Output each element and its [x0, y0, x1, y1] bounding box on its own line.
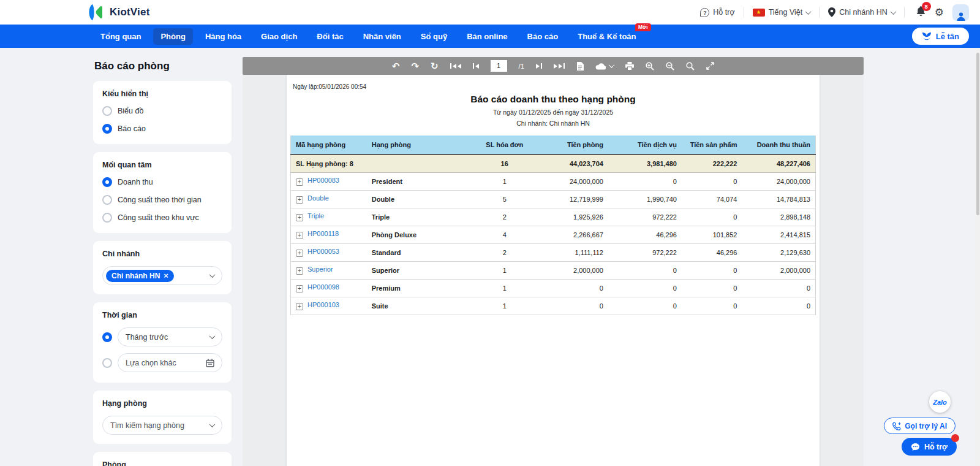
column-header: Tiền sản phẩm — [682, 136, 742, 155]
cell-service: 0 — [608, 279, 682, 297]
radio-option-cong-suat-theo-khu-vuc[interactable]: Công suất theo khu vực — [102, 213, 222, 223]
last-page-icon[interactable] — [554, 63, 565, 69]
room-type-link[interactable]: HP000098 — [307, 283, 339, 291]
zalo-button[interactable]: Zalo — [929, 391, 951, 413]
nav-item-phong[interactable]: Phòng — [153, 28, 192, 45]
room-type-link[interactable]: Superior — [307, 265, 333, 273]
cell-name: Suite — [367, 297, 477, 315]
expand-icon[interactable]: + — [296, 178, 303, 186]
scrollbar-thumb[interactable] — [976, 53, 979, 215]
nav-item-so-quy[interactable]: Sổ quỹ — [413, 28, 454, 45]
refresh-icon[interactable]: ↻ — [431, 61, 439, 71]
nav-item-tong-quan[interactable]: Tổng quan — [93, 28, 148, 45]
redo-icon[interactable]: ↷ — [411, 61, 419, 71]
chevron-down-icon — [209, 421, 216, 427]
room-type-link[interactable]: HP000118 — [307, 230, 339, 237]
zoom-in-icon[interactable] — [646, 62, 654, 71]
export-document-icon[interactable] — [576, 62, 584, 71]
summary-net: 48,227,406 — [742, 155, 815, 172]
time-custom-radio[interactable] — [102, 358, 112, 368]
page-title: Báo cáo phòng — [94, 60, 232, 72]
column-header: Mã hạng phòng — [291, 136, 367, 155]
location-pin-icon — [828, 7, 835, 17]
nav-item-thue-ke-toan[interactable]: Thuế & Kế toánMới — [570, 28, 643, 45]
radio-icon — [102, 106, 112, 116]
radio-option-doanh-thu[interactable]: Doanh thu — [102, 177, 222, 187]
radio-icon — [102, 213, 112, 223]
radio-option-bieu-o[interactable]: Biểu đồ — [102, 106, 222, 116]
zalo-label: Zalo — [933, 399, 947, 406]
branch-tag-label: Chi nhánh HN — [111, 272, 160, 280]
search-icon[interactable] — [686, 62, 695, 71]
room-type-link[interactable]: Triple — [307, 212, 324, 220]
expand-icon[interactable]: + — [296, 196, 303, 204]
expand-icon[interactable]: + — [296, 214, 303, 221]
nav-item-nhan-vien[interactable]: Nhân viên — [356, 28, 409, 45]
expand-icon[interactable]: + — [296, 232, 303, 239]
branch-select[interactable]: Chi nhánh HN × — [102, 266, 222, 285]
expand-icon[interactable]: + — [296, 267, 303, 275]
nav-item-bao-cao[interactable]: Báo cáo — [520, 28, 566, 45]
room-type-link[interactable]: HP000053 — [307, 248, 339, 255]
previous-page-icon[interactable] — [473, 63, 479, 69]
report-viewer: ↶ ↷ ↻ 1 /1 — [243, 48, 864, 466]
reception-button[interactable]: Lễ tân — [912, 28, 969, 45]
display-type-card: Kiểu hiển thị Biểu đồBáo cáo — [93, 81, 232, 144]
expand-icon[interactable]: + — [296, 285, 303, 292]
nav-item-hang-hoa[interactable]: Hàng hóa — [198, 28, 249, 45]
fullscreen-icon[interactable] — [706, 62, 714, 70]
room-type-link[interactable]: HP000103 — [307, 301, 339, 308]
help-link[interactable]: ? Hỗ trợ — [700, 8, 734, 17]
notifications-button[interactable]: 8 — [916, 6, 926, 19]
cell-name: Superior — [367, 261, 477, 279]
concern-options: Doanh thuCông suất theo thời gianCông su… — [102, 177, 222, 223]
report-branch-line: Chi nhánh: Chi nhánh HN — [290, 120, 816, 127]
table-row: +HP000053Standard21,111,112972,22246,296… — [291, 243, 816, 261]
nav-item-ban-online[interactable]: Bán online — [459, 28, 514, 45]
time-card: Thời gian Tháng trước Lựa chọn khác — [93, 302, 232, 383]
remove-branch-icon[interactable]: × — [164, 272, 168, 280]
print-icon[interactable] — [625, 62, 634, 71]
support-button[interactable]: Hỗ trợ — [902, 438, 957, 456]
expand-icon[interactable]: + — [296, 250, 303, 257]
next-page-icon[interactable] — [536, 63, 542, 69]
ai-assistant-call-button[interactable]: Gọi trợ lý AI — [884, 418, 956, 434]
table-row: +HP000098Premium10000 — [291, 279, 816, 297]
expand-icon[interactable]: + — [296, 303, 303, 310]
first-page-icon[interactable] — [450, 63, 461, 69]
cell-code: +Superior — [291, 261, 367, 279]
concern-card: Mối quan tâm Doanh thuCông suất theo thờ… — [93, 152, 232, 233]
room-type-link[interactable]: HP000083 — [307, 177, 339, 184]
radio-option-bao-cao[interactable]: Báo cáo — [102, 124, 222, 134]
cell-name: Triple — [367, 208, 477, 226]
page-scrollbar[interactable] — [976, 48, 980, 466]
room-label: Phòng — [102, 460, 222, 466]
undo-icon[interactable]: ↶ — [392, 61, 400, 71]
cell-product: 0 — [682, 297, 742, 315]
room-type-placeholder: Tìm kiếm hạng phòng — [110, 421, 184, 430]
room-type-link[interactable]: Double — [307, 194, 329, 202]
cell-room: 1,925,926 — [532, 208, 608, 226]
avatar[interactable] — [952, 4, 969, 21]
time-preset-radio[interactable] — [102, 332, 112, 342]
cell-room: 24,000,000 — [532, 172, 608, 190]
chevron-down-icon — [805, 9, 812, 15]
cell-room: 1,111,112 — [532, 243, 608, 261]
language-selector[interactable]: ★ Tiếng Việt — [753, 8, 811, 17]
cell-product: 0 — [682, 279, 742, 297]
radio-option-cong-suat-theo-thoi-gian[interactable]: Công suất theo thời gian — [102, 195, 222, 205]
cell-service: 0 — [608, 172, 682, 190]
radio-label: Doanh thu — [118, 178, 153, 186]
branch-filter-label: Chi nhánh — [102, 250, 222, 258]
branch-selector[interactable]: Chi nhánh HN — [828, 7, 895, 17]
settings-button[interactable]: ⚙ — [935, 7, 944, 18]
nav-item-oi-tac[interactable]: Đối tác — [309, 28, 350, 45]
page-number-input[interactable]: 1 — [491, 60, 507, 72]
export-cloud-icon[interactable] — [595, 63, 614, 70]
room-type-select[interactable]: Tìm kiếm hạng phòng — [102, 416, 222, 435]
time-preset-select[interactable]: Tháng trước — [118, 327, 222, 346]
column-header: Tiền dịch vụ — [608, 136, 682, 155]
nav-item-giao-dich[interactable]: Giao dịch — [254, 28, 304, 45]
time-custom-input[interactable]: Lựa chọn khác — [118, 353, 222, 372]
zoom-out-icon[interactable] — [666, 62, 674, 71]
